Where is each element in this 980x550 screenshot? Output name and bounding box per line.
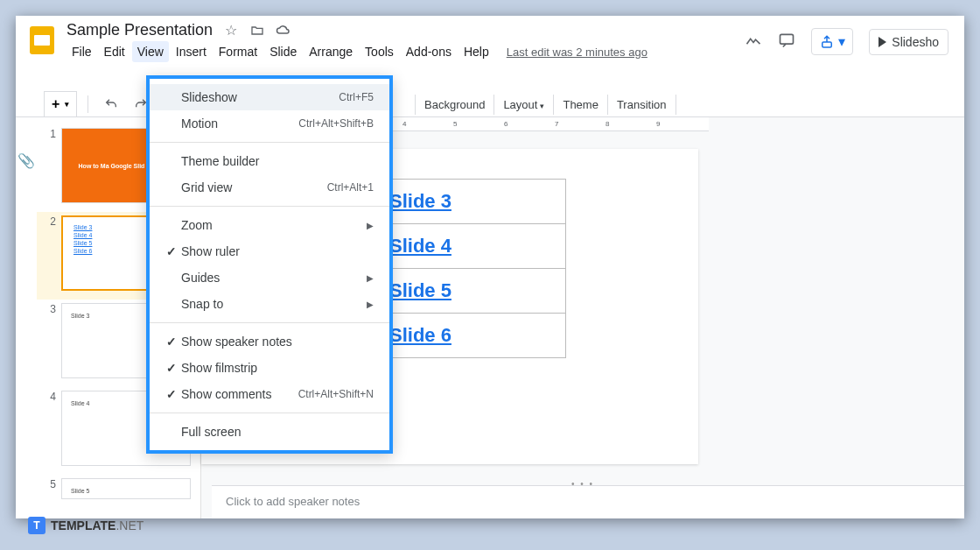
watermark-icon: T xyxy=(28,517,46,534)
background-button[interactable]: Background xyxy=(415,95,494,115)
watermark: T TEMPLATE.NET xyxy=(28,517,144,534)
svg-rect-3 xyxy=(822,42,832,47)
last-edit-link[interactable]: Last edit was 2 minutes ago xyxy=(501,42,653,62)
move-folder-icon[interactable] xyxy=(249,23,265,39)
theme-button[interactable]: Theme xyxy=(554,95,607,115)
link-slide-4[interactable]: Slide 4 xyxy=(389,235,452,257)
menubar: File Edit View Insert Format Slide Arran… xyxy=(66,41,736,62)
menu-format[interactable]: Format xyxy=(214,41,262,62)
header-right: ▾ Slidesho xyxy=(745,28,952,55)
document-title[interactable]: Sample Presentation xyxy=(66,21,213,39)
menu-slide[interactable]: Slide xyxy=(264,41,302,62)
menu-tools[interactable]: Tools xyxy=(360,41,399,62)
menu-arrange[interactable]: Arrange xyxy=(304,41,358,62)
menu-item-zoom[interactable]: Zoom ▶ xyxy=(150,212,389,238)
speaker-notes[interactable]: Click to add speaker notes xyxy=(212,485,964,518)
slide-table[interactable]: Slide 3 Slide 4 Slide 5 Slide 6 xyxy=(364,179,566,358)
menu-item-full-screen[interactable]: Full screen xyxy=(150,419,389,445)
menu-item-theme-builder[interactable]: Theme builder xyxy=(150,148,389,174)
link-slide-3[interactable]: Slide 3 xyxy=(389,190,452,212)
menu-item-grid-view[interactable]: Grid view Ctrl+Alt+1 xyxy=(150,174,389,201)
svg-rect-1 xyxy=(34,35,50,46)
menu-item-show-ruler[interactable]: ✓ Show ruler xyxy=(150,238,389,264)
header: Sample Presentation ☆ File Edit View Ins… xyxy=(16,16,964,62)
menu-addons[interactable]: Add-ons xyxy=(401,41,457,62)
play-icon xyxy=(878,37,886,47)
title-block: Sample Presentation ☆ File Edit View Ins… xyxy=(66,21,736,62)
menu-insert[interactable]: Insert xyxy=(171,41,212,62)
cloud-status-icon[interactable] xyxy=(276,23,291,39)
menu-help[interactable]: Help xyxy=(458,41,494,62)
app-window: Sample Presentation ☆ File Edit View Ins… xyxy=(16,16,964,518)
new-slide-button[interactable]: +▾ xyxy=(44,91,77,117)
menu-item-snap-to[interactable]: Snap to ▶ xyxy=(150,291,389,317)
activity-icon[interactable] xyxy=(745,32,762,53)
left-rail: 📎 xyxy=(16,117,37,518)
menu-item-guides[interactable]: Guides ▶ xyxy=(150,264,389,291)
link-slide-6[interactable]: Slide 6 xyxy=(389,324,452,346)
attachment-icon[interactable]: 📎 xyxy=(18,152,35,169)
toolbar-right-group: Background Layout▾ Theme Transition xyxy=(415,95,676,115)
star-icon[interactable]: ☆ xyxy=(223,23,239,39)
transition-button[interactable]: Transition xyxy=(608,95,676,115)
view-dropdown-menu: Slideshow Ctrl+F5 Motion Ctrl+Alt+Shift+… xyxy=(146,75,393,454)
thumb-5-preview: Slide 5 xyxy=(61,478,191,499)
menu-item-show-comments[interactable]: ✓ Show comments Ctrl+Alt+Shift+N xyxy=(150,381,389,407)
layout-button[interactable]: Layout▾ xyxy=(494,95,554,115)
menu-edit[interactable]: Edit xyxy=(99,41,130,62)
link-slide-5[interactable]: Slide 5 xyxy=(389,279,452,301)
menu-item-slideshow[interactable]: Slideshow Ctrl+F5 xyxy=(150,84,389,110)
menu-view[interactable]: View xyxy=(132,41,169,62)
menu-file[interactable]: File xyxy=(66,41,97,62)
share-button[interactable]: ▾ xyxy=(811,28,853,55)
svg-rect-2 xyxy=(780,34,794,44)
menu-item-show-speaker-notes[interactable]: ✓ Show speaker notes xyxy=(150,328,389,355)
thumbnail-5[interactable]: 5 Slide 5 xyxy=(37,475,200,508)
menu-item-motion[interactable]: Motion Ctrl+Alt+Shift+B xyxy=(150,110,389,137)
slideshow-button[interactable]: Slidesho xyxy=(869,29,948,55)
menu-item-show-filmstrip[interactable]: ✓ Show filmstrip xyxy=(150,355,389,381)
undo-button[interactable] xyxy=(99,94,123,115)
slides-logo[interactable] xyxy=(26,25,58,56)
comments-icon[interactable] xyxy=(778,32,795,53)
